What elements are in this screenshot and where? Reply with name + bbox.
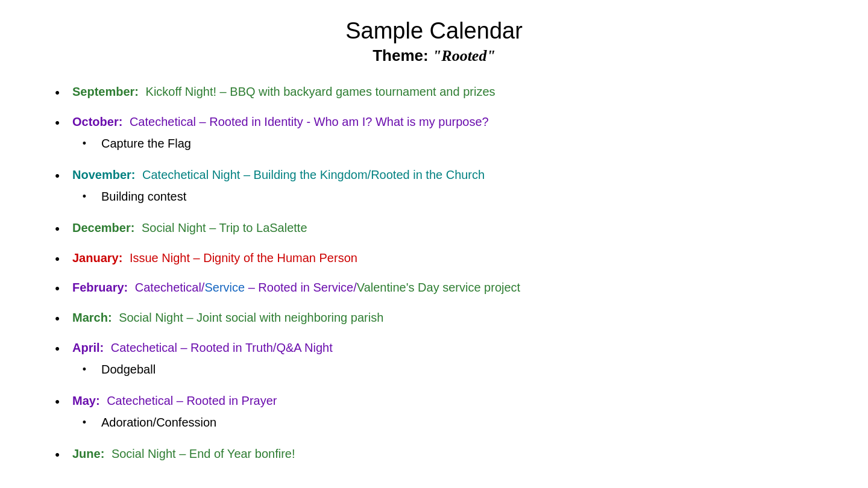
bullet-icon: • bbox=[48, 167, 66, 186]
item-content: April: Catechetical – Rooted in Truth/Q&… bbox=[72, 339, 333, 381]
january-text: Issue Night – Dignity of the Human Perso… bbox=[126, 251, 357, 264]
bullet-icon: • bbox=[48, 220, 66, 239]
month-may: May: bbox=[72, 394, 100, 407]
item-content: February: Catechetical/Service – Rooted … bbox=[72, 279, 520, 296]
october-subitems: • Capture the Flag bbox=[72, 135, 489, 152]
list-item: • October: Catechetical – Rooted in Iden… bbox=[48, 113, 820, 155]
item-content: December: Social Night – Trip to LaSalet… bbox=[72, 219, 307, 236]
item-content: March: Social Night – Joint social with … bbox=[72, 309, 383, 326]
bullet-icon: • bbox=[48, 114, 66, 133]
bullet-icon: • bbox=[48, 310, 66, 328]
list-item: • September: Kickoff Night! – BBQ with b… bbox=[48, 83, 820, 102]
subitem-building-contest: Building contest bbox=[101, 188, 186, 205]
october-text: Catechetical – Rooted in Identity - Who … bbox=[126, 115, 488, 128]
list-item: • March: Social Night – Joint social wit… bbox=[48, 309, 820, 328]
september-text: Kickoff Night! – BBQ with backyard games… bbox=[142, 85, 495, 98]
bullet-icon: • bbox=[48, 340, 66, 358]
list-item: • Capture the Flag bbox=[72, 135, 489, 152]
month-june: June: bbox=[72, 447, 104, 460]
item-content: January: Issue Night – Dignity of the Hu… bbox=[72, 249, 357, 266]
november-text: Catechetical Night – Building the Kingdo… bbox=[139, 168, 485, 181]
month-april: April: bbox=[72, 341, 104, 354]
list-item: • May: Catechetical – Rooted in Prayer •… bbox=[48, 392, 820, 434]
header-section: Sample Calendar Theme: "Rooted" bbox=[48, 18, 820, 65]
february-service: Service bbox=[204, 281, 245, 294]
may-subitems: • Adoration/Confession bbox=[72, 414, 277, 431]
bullet-icon: • bbox=[48, 250, 66, 269]
month-december: December: bbox=[72, 221, 134, 234]
list-item: • Adoration/Confession bbox=[72, 414, 277, 431]
calendar-list: • September: Kickoff Night! – BBQ with b… bbox=[48, 83, 820, 465]
february-text-part2: – Rooted in Service/ bbox=[245, 281, 357, 294]
sub-bullet-icon: • bbox=[72, 136, 96, 151]
bullet-icon: • bbox=[48, 280, 66, 298]
november-subitems: • Building contest bbox=[72, 188, 485, 205]
april-subitems: • Dodgeball bbox=[72, 361, 333, 378]
subitem-dodgeball: Dodgeball bbox=[101, 361, 156, 378]
month-october: October: bbox=[72, 115, 122, 128]
list-item: • January: Issue Night – Dignity of the … bbox=[48, 249, 820, 269]
theme-value: "Rooted" bbox=[433, 47, 495, 64]
may-text: Catechetical – Rooted in Prayer bbox=[104, 394, 277, 407]
bullet-icon: • bbox=[48, 84, 66, 102]
item-content: September: Kickoff Night! – BBQ with bac… bbox=[72, 83, 495, 100]
subitem-adoration: Adoration/Confession bbox=[101, 414, 216, 431]
sub-bullet-icon: • bbox=[72, 362, 96, 377]
list-item: • December: Social Night – Trip to LaSal… bbox=[48, 219, 820, 239]
month-september: September: bbox=[72, 85, 139, 98]
list-item: • June: Social Night – End of Year bonfi… bbox=[48, 445, 820, 465]
list-item: • November: Catechetical Night – Buildin… bbox=[48, 166, 820, 208]
month-february: February: bbox=[72, 281, 128, 294]
page-title: Sample Calendar bbox=[48, 18, 820, 44]
list-item: • April: Catechetical – Rooted in Truth/… bbox=[48, 339, 820, 381]
march-text: Social Night – Joint social with neighbo… bbox=[116, 311, 384, 324]
page-container: Sample Calendar Theme: "Rooted" • Septem… bbox=[0, 0, 868, 488]
bullet-icon: • bbox=[48, 393, 66, 411]
december-text: Social Night – Trip to LaSalette bbox=[138, 221, 307, 234]
theme-label: Theme: bbox=[373, 46, 428, 64]
list-item: • Dodgeball bbox=[72, 361, 333, 378]
item-content: June: Social Night – End of Year bonfire… bbox=[72, 445, 295, 462]
month-january: January: bbox=[72, 251, 122, 264]
item-content: November: Catechetical Night – Building … bbox=[72, 166, 485, 208]
item-content: May: Catechetical – Rooted in Prayer • A… bbox=[72, 392, 277, 434]
bullet-icon: • bbox=[48, 446, 66, 465]
list-item: • Building contest bbox=[72, 188, 485, 205]
month-november: November: bbox=[72, 168, 135, 181]
june-text: Social Night – End of Year bonfire! bbox=[108, 447, 295, 460]
april-text: Catechetical – Rooted in Truth/Q&A Night bbox=[107, 341, 333, 354]
subitem-capture-flag: Capture the Flag bbox=[101, 135, 191, 152]
february-valentine: Valentine's Day service project bbox=[357, 281, 520, 294]
sub-bullet-icon: • bbox=[72, 415, 96, 430]
february-text-part1: Catechetical/ bbox=[131, 281, 204, 294]
sub-bullet-icon: • bbox=[72, 189, 96, 204]
item-content: October: Catechetical – Rooted in Identi… bbox=[72, 113, 489, 155]
list-item: • February: Catechetical/Service – Roote… bbox=[48, 279, 820, 298]
theme-line: Theme: "Rooted" bbox=[48, 46, 820, 65]
month-march: March: bbox=[72, 311, 112, 324]
